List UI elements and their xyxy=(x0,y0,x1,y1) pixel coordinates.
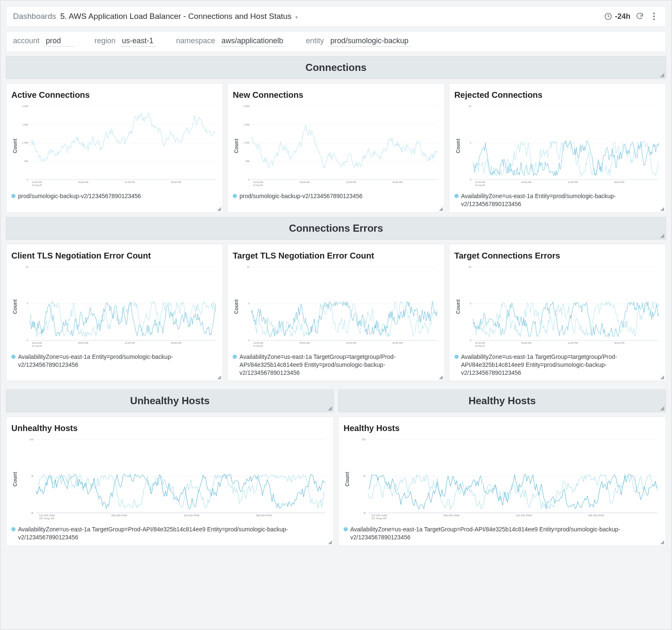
resize-handle-icon[interactable]: ◢ xyxy=(439,374,443,380)
y-axis-label: Count xyxy=(11,104,19,188)
filter-account[interactable]: account prod xyxy=(13,37,74,47)
chevron-down-icon[interactable]: ▾ xyxy=(295,14,298,20)
svg-text:21 Aug 20: 21 Aug 20 xyxy=(475,345,485,347)
panel-unhealthy-hosts[interactable]: Unhealthy Hosts Count 051012:00 AM21 Aug… xyxy=(6,416,334,546)
svg-text:10: 10 xyxy=(469,266,472,268)
filter-region[interactable]: region us-east-1 xyxy=(94,37,155,47)
svg-text:1,500: 1,500 xyxy=(22,123,29,126)
legend: AvailabilityZone=us-east-1a TargetGroup=… xyxy=(11,525,328,541)
legend-swatch-icon xyxy=(233,194,237,198)
filter-account-value[interactable]: prod xyxy=(44,37,74,47)
svg-text:12:00 AM: 12:00 AM xyxy=(32,181,42,183)
chart-uhosts: 051012:00 AM21 Aug 2006:00 AM12:00 PM06:… xyxy=(19,437,328,521)
timerange-selector[interactable]: -24h xyxy=(604,12,630,21)
svg-text:21 Aug 20: 21 Aug 20 xyxy=(253,184,263,186)
legend-swatch-icon xyxy=(454,194,459,198)
svg-text:06:00 AM: 06:00 AM xyxy=(444,514,459,517)
legend: AvailabilityZone=us-east-1a Entity=prod/… xyxy=(11,353,218,369)
legend: AvailabilityZone=us-east-1a TargetGroup=… xyxy=(344,525,661,541)
panel-title: Healthy Hosts xyxy=(344,423,661,433)
panel-target-conn-errors[interactable]: Target Connections Errors Count 051012:0… xyxy=(449,244,666,382)
svg-text:12:00 AM: 12:00 AM xyxy=(253,342,263,344)
legend: AvailabilityZone=us-east-1a Entity=prod/… xyxy=(454,192,661,208)
svg-text:12:00 PM: 12:00 PM xyxy=(516,514,532,517)
svg-text:06:00 PM: 06:00 PM xyxy=(393,181,403,183)
svg-text:5: 5 xyxy=(470,302,471,305)
svg-text:500: 500 xyxy=(246,160,250,162)
resize-handle-icon[interactable]: ◢ xyxy=(217,206,221,212)
svg-text:12:00 PM: 12:00 PM xyxy=(125,181,135,183)
filter-namespace-value[interactable]: aws/applicationelb xyxy=(220,37,285,47)
resize-handle-icon[interactable]: ◢ xyxy=(660,405,664,411)
section-healthy: Healthy Hosts ◢ xyxy=(338,390,666,412)
resize-handle-icon[interactable]: ◢ xyxy=(660,233,664,238)
filter-namespace-label: namespace xyxy=(176,37,215,45)
resize-handle-icon[interactable]: ◢ xyxy=(660,374,664,380)
resize-handle-icon[interactable]: ◢ xyxy=(217,374,221,380)
panel-client-tls-errors[interactable]: Client TLS Negotiation Error Count Count… xyxy=(6,244,223,382)
y-axis-label: Count xyxy=(454,265,462,349)
svg-text:10: 10 xyxy=(362,438,366,441)
panel-new-connections[interactable]: New Connections Count 05001,0001,5002,00… xyxy=(227,83,444,213)
svg-text:1,000: 1,000 xyxy=(244,141,250,144)
section-unhealthy: Unhealthy Hosts ◢ xyxy=(6,390,334,412)
dashboard-title[interactable]: 5. AWS Application Load Balancer - Conne… xyxy=(60,12,298,21)
svg-text:06:00 PM: 06:00 PM xyxy=(256,514,272,517)
y-axis-label: Count xyxy=(233,265,240,349)
panel-active-connections[interactable]: Active Connections Count 05001,0001,5002… xyxy=(6,83,223,213)
panel-target-tls-errors[interactable]: Target TLS Negotiation Error Count Count… xyxy=(227,244,444,382)
svg-text:06:00 PM: 06:00 PM xyxy=(588,514,604,517)
svg-text:06:00 PM: 06:00 PM xyxy=(171,342,181,344)
legend: AvailabilityZone=us-east-1a TargetGroup=… xyxy=(454,353,661,377)
svg-text:5: 5 xyxy=(27,302,28,305)
clock-icon xyxy=(604,12,612,21)
svg-text:500: 500 xyxy=(24,160,29,162)
legend-text: prod/sumologic-backup-v2/123456789012345… xyxy=(18,192,141,200)
svg-text:21 Aug 20: 21 Aug 20 xyxy=(32,184,42,186)
resize-handle-icon[interactable]: ◢ xyxy=(660,539,664,545)
svg-text:21 Aug 20: 21 Aug 20 xyxy=(32,345,42,347)
dashboard-title-text: 5. AWS Application Load Balancer - Conne… xyxy=(60,12,291,21)
panel-rejected-connections[interactable]: Rejected Connections Count 051012:00 AM2… xyxy=(449,83,666,213)
legend: prod/sumologic-backup-v2/123456789012345… xyxy=(11,192,218,200)
svg-text:06:00 AM: 06:00 AM xyxy=(300,181,310,183)
y-axis-label: Count xyxy=(11,265,19,349)
legend-text: AvailabilityZone=us-east-1a Entity=prod/… xyxy=(461,192,661,208)
resize-handle-icon[interactable]: ◢ xyxy=(439,206,443,212)
svg-text:0: 0 xyxy=(27,339,29,342)
svg-text:12:00 AM: 12:00 AM xyxy=(371,514,387,517)
filter-region-value[interactable]: us-east-1 xyxy=(120,37,155,47)
resize-handle-icon[interactable]: ◢ xyxy=(328,539,332,545)
filter-entity-value[interactable]: prod/sumologic-backup xyxy=(328,37,410,47)
panel-title: New Connections xyxy=(233,90,439,100)
section-errors-title: Connections Errors xyxy=(289,222,383,234)
svg-text:12:00 AM: 12:00 AM xyxy=(475,342,485,344)
section-unhealthy-title: Unhealthy Hosts xyxy=(130,395,210,406)
panel-title: Target Connections Errors xyxy=(454,251,661,261)
resize-handle-icon[interactable]: ◢ xyxy=(660,206,664,212)
chart-new: 05001,0001,5002,00012:00 AM21 Aug 2006:0… xyxy=(240,104,439,188)
panel-healthy-hosts[interactable]: Healthy Hosts Count 051012:00 AM21 Aug 2… xyxy=(338,416,666,546)
legend-swatch-icon xyxy=(11,355,16,359)
filter-namespace[interactable]: namespace aws/applicationelb xyxy=(176,37,285,47)
resize-handle-icon[interactable]: ◢ xyxy=(660,72,664,78)
more-menu-button[interactable] xyxy=(649,11,659,21)
filter-entity[interactable]: entity prod/sumologic-backup xyxy=(306,37,410,47)
svg-text:06:00 PM: 06:00 PM xyxy=(171,181,181,183)
svg-text:06:00 AM: 06:00 AM xyxy=(521,342,531,344)
y-axis-label: Count xyxy=(344,437,351,521)
svg-text:5: 5 xyxy=(248,302,249,305)
resize-handle-icon[interactable]: ◢ xyxy=(328,405,332,411)
breadcrumb-root[interactable]: Dashboards xyxy=(13,12,56,21)
y-axis-label: Count xyxy=(233,104,240,188)
svg-text:12:00 AM: 12:00 AM xyxy=(39,514,55,517)
svg-text:10: 10 xyxy=(29,438,34,441)
svg-text:06:00 AM: 06:00 AM xyxy=(78,181,88,183)
panel-title: Client TLS Negotiation Error Count xyxy=(11,251,218,261)
legend: prod/sumologic-backup-v2/123456789012345… xyxy=(233,192,439,200)
refresh-button[interactable] xyxy=(635,11,645,21)
svg-text:12:00 PM: 12:00 PM xyxy=(184,514,200,517)
svg-text:12:00 PM: 12:00 PM xyxy=(567,181,578,183)
filter-account-label: account xyxy=(13,37,39,45)
svg-text:21 Aug 20: 21 Aug 20 xyxy=(475,184,485,186)
